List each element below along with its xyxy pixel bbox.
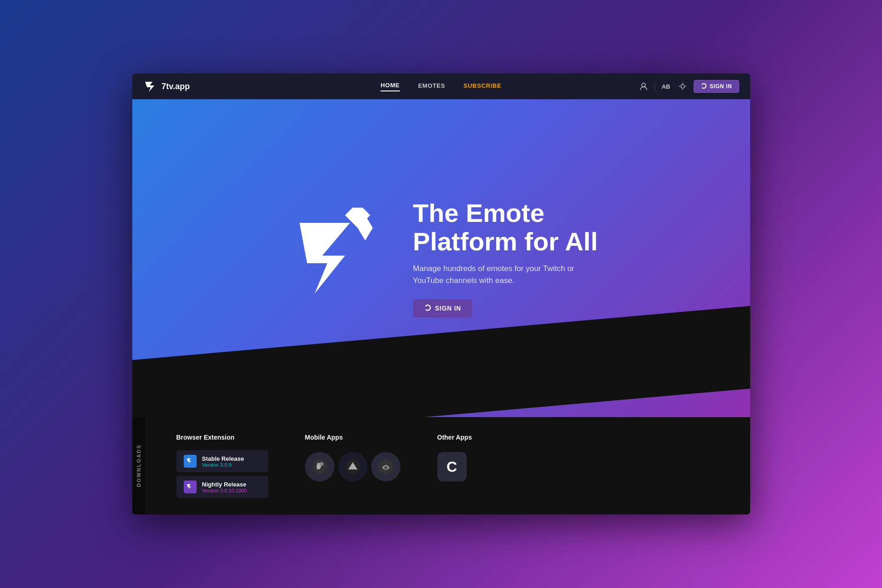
- stable-release-item[interactable]: Stable Release Version 3.0.9: [176, 450, 268, 472]
- hero-logo: [284, 208, 385, 309]
- nav-right: AB SIGN IN: [638, 80, 739, 93]
- theme-icon[interactable]: [677, 81, 688, 92]
- nav-home[interactable]: HOME: [381, 82, 400, 91]
- nav-subscribe[interactable]: SUBSCRIBE: [464, 82, 501, 91]
- hero-text: The Emote Platform for All Manage hundre…: [413, 199, 598, 317]
- sign-in-label-nav: SIGN IN: [710, 83, 732, 90]
- nightly-name: Nightly Release: [202, 481, 247, 488]
- downloads-sidebar: DOWNLOADS: [132, 417, 145, 514]
- stable-version: Version 3.0.9: [202, 462, 244, 468]
- svg-marker-0: [145, 82, 154, 92]
- downloads-section: DOWNLOADS Browser Extension Stable Relea…: [132, 417, 750, 514]
- browser-extension-title: Browser Extension: [176, 434, 268, 441]
- mobile-app-2[interactable]: [338, 452, 368, 481]
- stable-text: Stable Release Version 3.0.9: [202, 455, 244, 468]
- sign-in-button-hero[interactable]: SIGN IN: [413, 299, 472, 317]
- chatty-letter: C: [447, 458, 457, 475]
- hero-subtitle: Manage hundreds of emotes for your Twitc…: [413, 263, 578, 286]
- logo-text: 7tv.app: [162, 82, 190, 91]
- user-icon[interactable]: [638, 81, 649, 92]
- nightly-text: Nightly Release Version 3.0.10.1000: [202, 481, 247, 493]
- svg-point-12: [320, 462, 323, 466]
- hero-section: The Emote Platform for All Manage hundre…: [132, 99, 750, 417]
- other-apps-title: Other Apps: [437, 434, 472, 441]
- hero-title: The Emote Platform for All: [413, 199, 598, 255]
- downloads-label-text: DOWNLOADS: [136, 444, 141, 487]
- hero-title-line1: The Emote: [413, 198, 544, 227]
- stable-icon: [184, 455, 197, 468]
- mobile-apps-group: Mobile Apps: [305, 434, 401, 481]
- mobile-apps-title: Mobile Apps: [305, 434, 401, 441]
- svg-marker-9: [187, 458, 191, 464]
- nightly-version: Version 3.0.10.1000: [202, 488, 247, 493]
- svg-marker-10: [187, 484, 191, 490]
- ab-icon[interactable]: AB: [661, 81, 672, 92]
- svg-point-1: [642, 83, 645, 87]
- sign-in-label-hero: SIGN IN: [435, 305, 461, 312]
- svg-point-2: [681, 85, 684, 88]
- mobile-apps-icons: [305, 452, 401, 481]
- nav-links: HOME EMOTES SUBSCRIBE: [381, 82, 502, 91]
- sign-in-button-nav[interactable]: SIGN IN: [694, 80, 739, 93]
- nav-divider: [655, 82, 655, 91]
- navbar: 7tv.app HOME EMOTES SUBSCRIBE AB: [132, 74, 750, 99]
- hero-content: The Emote Platform for All Manage hundre…: [284, 199, 598, 317]
- nightly-icon: [184, 481, 197, 493]
- logo-area[interactable]: 7tv.app: [143, 79, 190, 94]
- mobile-app-3[interactable]: [371, 452, 401, 481]
- mobile-app-1[interactable]: [305, 452, 334, 481]
- browser-window: 7tv.app HOME EMOTES SUBSCRIBE AB: [132, 74, 750, 514]
- chatty-app-icon[interactable]: C: [437, 452, 467, 481]
- logo-icon: [143, 79, 158, 94]
- hero-title-line2: Platform for All: [413, 227, 598, 256]
- other-apps-group: Other Apps C: [437, 434, 472, 481]
- browser-extension-group: Browser Extension Stable Release Version…: [176, 434, 268, 498]
- nav-emotes[interactable]: EMOTES: [418, 82, 445, 91]
- stable-name: Stable Release: [202, 455, 244, 462]
- other-apps-icons: C: [437, 452, 472, 481]
- nightly-release-item[interactable]: Nightly Release Version 3.0.10.1000: [176, 476, 268, 498]
- svg-point-16: [384, 466, 388, 469]
